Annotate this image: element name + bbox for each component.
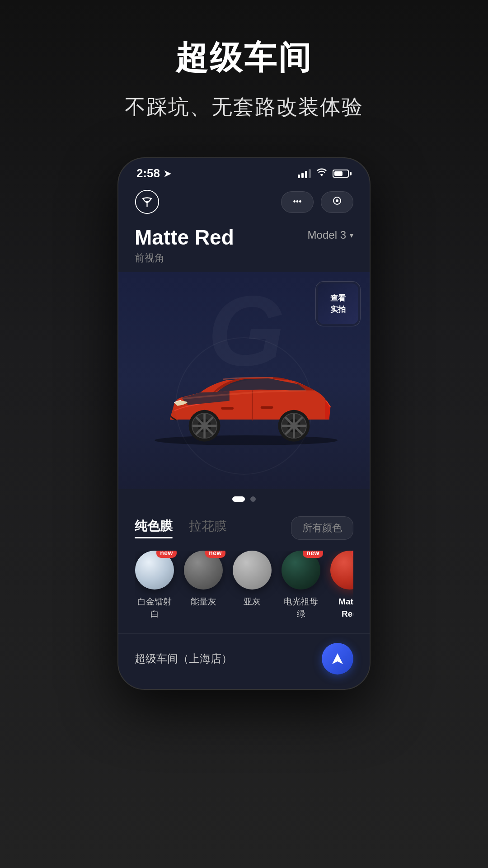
more-options-button[interactable]: ••• — [281, 191, 314, 213]
new-badge-white-gold: new — [156, 551, 177, 558]
model-name: Model 3 — [308, 229, 346, 241]
swatch-wrapper-white-gold: new — [135, 551, 174, 590]
car-image — [140, 335, 348, 462]
hero-subtitle: 不踩坑、无套路改装体验 — [125, 93, 363, 121]
status-icons — [298, 168, 352, 179]
svg-rect-8 — [261, 406, 273, 409]
color-tabs-section: 纯色膜 拉花膜 所有颜色 n — [118, 507, 370, 633]
bottom-bar: 超级车间（上海店） — [118, 633, 370, 689]
tab-solid-film[interactable]: 纯色膜 — [135, 518, 173, 538]
all-colors-button[interactable]: 所有颜色 — [291, 516, 353, 540]
scan-button[interactable] — [321, 191, 353, 213]
navigation-button[interactable] — [322, 643, 353, 675]
hero-title: 超级车间 — [175, 36, 313, 80]
new-badge-electric-green: new — [303, 551, 323, 558]
svg-point-1 — [146, 201, 149, 203]
swatch-wrapper-energy-gray: new — [184, 551, 223, 590]
scan-icon — [332, 195, 343, 208]
status-time: 2:58 ➤ — [136, 166, 171, 180]
shop-name-label: 超级车间（上海店） — [135, 651, 232, 666]
view-photos-button[interactable]: 查看实拍 — [315, 281, 361, 326]
tab-left-group: 纯色膜 拉花膜 — [135, 518, 227, 538]
swatch-label-matte-red: MatteRed — [338, 596, 353, 620]
svg-rect-7 — [221, 407, 234, 410]
swatch-label-energy-gray: 能量灰 — [191, 596, 216, 608]
pagination-dots — [118, 489, 370, 507]
status-bar: 2:58 ➤ — [118, 158, 370, 185]
pagination-dot-1[interactable] — [232, 496, 245, 502]
app-header: ••• — [118, 185, 370, 222]
view-angle-label: 前视角 — [135, 251, 353, 265]
swatch-wrapper-sub-gray — [233, 551, 272, 590]
svg-point-5 — [155, 435, 338, 445]
new-badge-energy-gray: new — [205, 551, 225, 558]
tab-pattern-film[interactable]: 拉花膜 — [189, 518, 227, 538]
swatch-circle-matte-red — [330, 551, 353, 590]
color-swatches-row: new 白金镭射白 new 能量灰 — [135, 551, 353, 633]
swatch-label-electric-green: 电光祖母绿 — [284, 596, 318, 620]
swatch-circle-sub-gray — [233, 551, 272, 590]
color-swatch-sub-gray[interactable]: 亚灰 — [232, 551, 272, 620]
pagination-dot-2[interactable] — [250, 496, 256, 502]
signal-bars-icon — [298, 169, 311, 178]
battery-icon — [333, 170, 352, 178]
wifi-icon — [316, 168, 327, 179]
phone-screen: 2:58 ➤ — [118, 158, 370, 689]
car-visualization: G — [118, 272, 370, 489]
model-selector[interactable]: Model 3 ▾ — [308, 229, 353, 241]
swatch-wrapper-electric-green: new — [282, 551, 320, 590]
color-swatch-energy-gray[interactable]: new 能量灰 — [183, 551, 223, 620]
color-swatch-electric-green[interactable]: new 电光祖母绿 — [281, 551, 321, 620]
swatch-label-white-gold: 白金镭射白 — [137, 596, 172, 620]
swatch-label-sub-gray: 亚灰 — [244, 596, 261, 608]
car-name-text: Matte Red — [135, 225, 234, 250]
chevron-down-icon: ▾ — [350, 231, 353, 240]
page-wrapper: 超级车间 不踩坑、无套路改装体验 2:58 ➤ — [0, 0, 488, 868]
svg-point-4 — [336, 199, 338, 202]
car-title-row: Matte Red Model 3 ▾ — [135, 225, 353, 250]
color-swatch-matte-red[interactable]: new MatteRed — [330, 551, 353, 620]
header-buttons: ••• — [281, 191, 353, 213]
location-arrow-icon: ➤ — [164, 168, 171, 179]
phone-frame: 2:58 ➤ — [117, 157, 371, 690]
more-icon: ••• — [293, 197, 302, 207]
time-display: 2:58 — [136, 166, 160, 180]
view-photos-label: 查看实拍 — [330, 292, 346, 316]
app-logo-icon[interactable] — [135, 189, 160, 214]
content-area: Matte Red Model 3 ▾ 前视角 — [118, 222, 370, 265]
color-swatch-white-gold[interactable]: new 白金镭射白 — [135, 551, 174, 620]
swatch-wrapper-matte-red: new — [330, 551, 353, 590]
tab-row: 纯色膜 拉花膜 所有颜色 — [135, 516, 353, 540]
